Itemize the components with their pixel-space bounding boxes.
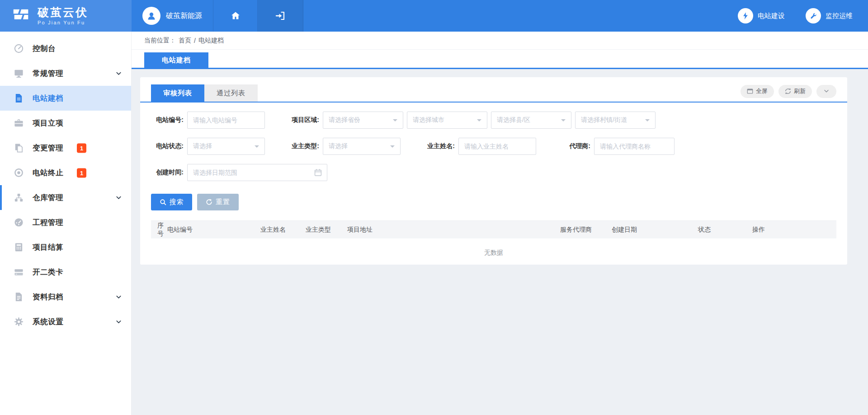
sidebar-item-label: 工程管理 <box>33 218 63 228</box>
briefcase-icon <box>14 118 24 128</box>
document-icon <box>14 93 24 103</box>
lightning-icon <box>741 12 750 20</box>
calculator-icon <box>14 242 24 252</box>
refresh-button[interactable]: 刷新 <box>778 85 812 98</box>
nav-station-build-label: 电站建设 <box>758 12 785 20</box>
gear-icon <box>14 317 24 327</box>
sidebar-item-label: 开二类卡 <box>33 267 63 277</box>
sidebar-item-project-initiation[interactable]: 项目立项 <box>0 111 131 135</box>
badge-count: 1 <box>77 143 86 153</box>
owner-type-label: 业主类型: <box>287 142 319 150</box>
sidebar-item-station-archive[interactable]: 电站建档 <box>0 86 131 111</box>
list-panel: 审核列表 通过列表 全屏 <box>140 77 847 265</box>
sidebar-item-warehouse-mgmt[interactable]: 仓库管理 <box>0 185 131 210</box>
col-created: 创建日期 <box>612 226 698 234</box>
app-header: 破茧云伏 Po Jian Yun Fu 破茧新能源 <box>0 0 868 32</box>
fullscreen-icon <box>747 88 753 94</box>
agent-input[interactable] <box>594 138 675 155</box>
sidebar-item-open-type2-card[interactable]: 开二类卡 <box>0 260 131 284</box>
owner-name-input[interactable] <box>458 138 536 155</box>
copy-icon <box>14 143 24 153</box>
user-icon <box>146 10 157 21</box>
gauge-icon <box>14 43 24 54</box>
tab-review-list[interactable]: 审核列表 <box>151 84 204 102</box>
search-icon <box>160 199 166 205</box>
panel-header: 审核列表 通过列表 全屏 <box>140 77 847 103</box>
sidebar-item-label: 电站终止 <box>33 168 63 178</box>
logout-button[interactable] <box>258 0 303 32</box>
wrench-icon <box>809 12 817 20</box>
station-status-select[interactable]: 请选择 <box>187 138 265 155</box>
fullscreen-button[interactable]: 全屏 <box>741 85 774 98</box>
sidebar-item-console[interactable]: 控制台 <box>0 36 131 61</box>
tab-passed-list[interactable]: 通过列表 <box>204 84 258 102</box>
province-select[interactable]: 请选择省份 <box>323 112 403 129</box>
sitemap-icon <box>14 192 24 203</box>
breadcrumb-separator: / <box>194 37 196 44</box>
main-area: 当前位置： 首页 / 电站建档 电站建档 审核列表 通过列表 全屏 <box>132 32 868 415</box>
logo-title: 破茧云伏 <box>38 6 88 19</box>
current-user[interactable]: 破茧新能源 <box>132 0 213 32</box>
sidebar-item-label: 项目结算 <box>33 242 63 252</box>
sidebar-item-label: 变更管理 <box>33 143 63 153</box>
sidebar-item-label: 系统设置 <box>33 317 63 327</box>
agent-label: 代理商: <box>558 142 590 150</box>
station-no-input[interactable] <box>187 112 265 129</box>
breadcrumb-current: 电站建档 <box>198 37 224 45</box>
empty-state: 无数据 <box>151 238 836 267</box>
col-seq: 序号 <box>151 222 167 238</box>
city-select[interactable]: 请选择城市 <box>407 112 487 129</box>
reset-label: 重置 <box>216 198 230 206</box>
breadcrumb-prefix: 当前位置： <box>144 37 176 45</box>
sidebar-item-data-archive[interactable]: 资料归档 <box>0 284 131 309</box>
search-button[interactable]: 搜索 <box>151 194 192 210</box>
table-header-row: 序号 电站编号 业主姓名 业主类型 项目地址 服务代理商 创建日期 状态 操作 <box>151 220 836 238</box>
county-select[interactable]: 请选择县/区 <box>491 112 571 129</box>
logo-subtitle: Po Jian Yun Fu <box>38 20 88 25</box>
breadcrumb: 当前位置： 首页 / 电站建档 <box>132 32 868 50</box>
reset-icon <box>206 199 212 205</box>
region-label: 项目区域: <box>287 116 319 124</box>
card-icon <box>14 267 24 277</box>
logout-icon <box>275 10 286 21</box>
nav-monitor-ops-label: 监控运维 <box>826 12 853 20</box>
col-address: 项目地址 <box>347 226 560 234</box>
station-status-label: 电站状态: <box>151 142 184 150</box>
collapse-button[interactable] <box>816 85 836 98</box>
owner-type-select[interactable]: 请选择 <box>323 138 401 155</box>
nav-monitor-ops[interactable]: 监控运维 <box>806 8 853 23</box>
speedometer-icon <box>14 217 24 228</box>
archive-icon <box>14 292 24 302</box>
chevron-down-icon <box>115 318 122 325</box>
nav-station-build[interactable]: 电站建设 <box>738 8 785 23</box>
refresh-icon <box>785 88 791 94</box>
page-tab-bar: 电站建档 <box>132 50 868 69</box>
sidebar-item-engineering-mgmt[interactable]: 工程管理 <box>0 210 131 235</box>
col-owner-type: 业主类型 <box>306 226 347 234</box>
chevron-down-icon <box>823 88 830 94</box>
created-time-label: 创建时间: <box>151 168 184 177</box>
owner-name-label: 业主姓名: <box>422 142 455 150</box>
town-select[interactable]: 请选择村镇/街道 <box>575 112 656 129</box>
sidebar-item-change-mgmt[interactable]: 变更管理 1 <box>0 135 131 160</box>
home-button[interactable] <box>213 0 258 32</box>
search-label: 搜索 <box>170 198 184 206</box>
avatar <box>142 7 160 25</box>
page-tab-station-archive[interactable]: 电站建档 <box>144 52 208 68</box>
col-agent: 服务代理商 <box>560 226 612 234</box>
sidebar-item-label: 电站建档 <box>33 93 63 103</box>
refresh-label: 刷新 <box>794 87 806 95</box>
col-actions: 操作 <box>752 226 836 234</box>
sidebar-item-system-settings[interactable]: 系统设置 <box>0 309 131 334</box>
sidebar-item-general-mgmt[interactable]: 常规管理 <box>0 61 131 86</box>
station-no-label: 电站编号: <box>151 116 184 124</box>
chevron-down-icon <box>115 194 122 201</box>
fullscreen-label: 全屏 <box>756 87 768 95</box>
sidebar-item-project-settlement[interactable]: 项目结算 <box>0 235 131 260</box>
results-table: 序号 电站编号 业主姓名 业主类型 项目地址 服务代理商 创建日期 状态 操作 … <box>151 220 836 267</box>
sidebar-item-station-terminate[interactable]: 电站终止 1 <box>0 160 131 185</box>
breadcrumb-home-link[interactable]: 首页 <box>179 37 191 45</box>
reset-button[interactable]: 重置 <box>197 194 239 210</box>
date-range-input[interactable] <box>187 164 327 181</box>
home-icon <box>230 10 241 21</box>
